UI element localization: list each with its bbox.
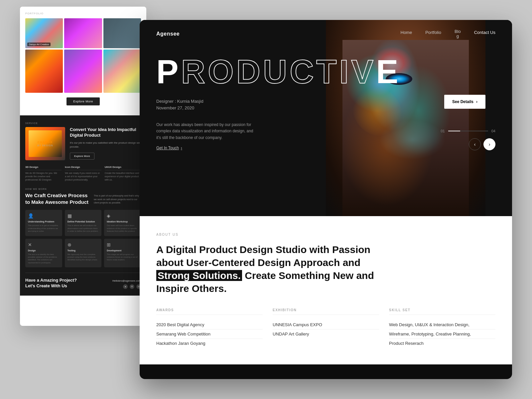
footer-social-icons: ● M in — [112, 284, 141, 289]
stats-row: AWARDS 2020 Best Digital Agency Semarang… — [156, 308, 495, 348]
hero-title-hollow: RODUCTIV — [181, 53, 376, 90]
service-tag: SERVICE — [25, 122, 141, 124]
explore-more-dark-button[interactable]: Explore More — [70, 153, 94, 160]
about-section: ABOUT US A Digital Product Design Studio… — [140, 216, 512, 364]
hero-description: Our work has always been inspired by our… — [156, 122, 256, 150]
service-text: Convert Your Idea Into Impactful Digital… — [70, 127, 141, 160]
slider-current: 01 — [441, 129, 445, 133]
service-title: Convert Your Idea Into Impactful Digital… — [70, 127, 141, 138]
slider-arrows: ‹ › — [441, 138, 496, 150]
service-section: SERVICE CHANGE BY DESIGN Convert Your Id… — [20, 115, 146, 296]
process-desc: Our team will now scaled down solutions … — [107, 224, 138, 232]
slider-bar-fill — [448, 131, 460, 131]
list-item[interactable] — [25, 50, 63, 93]
about-title-highlight: Strong Solutions. — [156, 270, 242, 281]
nav-link-contact[interactable]: Contact Us — [474, 30, 495, 35]
list-item: ⊞ Development This stage we will program… — [104, 239, 141, 268]
slider-bar — [448, 131, 488, 131]
list-item: UNDAP Art Gallery — [273, 330, 379, 338]
right-panel: Agensee Home Portfolio Blog Contact Us P… — [140, 20, 512, 379]
globe-icon[interactable]: ● — [123, 284, 128, 289]
mail-icon[interactable]: M — [130, 284, 134, 289]
process-title: Development — [107, 249, 138, 252]
hero-title: PRODUCTIVE — [156, 55, 495, 88]
list-item: Icon Design We are ready if you need ico… — [65, 166, 101, 181]
nav-link-blog[interactable]: Blog — [455, 29, 461, 39]
list-item: Product Reserach — [389, 339, 495, 348]
portfolio-grid: Daisyu Art Creation — [25, 18, 141, 93]
person-icon: 👤 — [28, 213, 60, 218]
process-desc: The aim is to identify the best possible… — [28, 253, 60, 264]
how-title: We Craft Creative Processto Make Awesome… — [25, 192, 88, 205]
code-icon: ⊞ — [107, 242, 138, 247]
footer-cta-title: Have a Amazing Project?Let's Create With… — [25, 278, 77, 289]
list-item[interactable] — [64, 18, 102, 48]
awards-col: AWARDS 2020 Best Digital Agency Semarang… — [156, 308, 263, 348]
hero-title-end: E — [376, 53, 401, 90]
how-desc: This is part of our philosophy and that'… — [94, 194, 140, 205]
slider-next-button[interactable]: › — [483, 138, 495, 150]
list-item[interactable] — [103, 50, 141, 93]
service-image-inner: CHANGE BY DESIGN — [29, 130, 62, 157]
list-item: ⊗ Testing We rigorously test the complet… — [65, 239, 102, 268]
list-item[interactable]: Daisyu Art Creation — [25, 18, 63, 48]
services-grid: 3D Design We do 3D Designs for you. We p… — [25, 166, 141, 181]
about-title: A Digital Product Design Studio with Pas… — [156, 243, 389, 295]
list-item: Hackathon Jaran Goyang — [156, 339, 263, 348]
pencil-icon: ✕ — [28, 242, 60, 247]
nav-links: Home Portfolio Blog Contact Us — [401, 29, 496, 39]
portfolio-item-label: Daisyu Art Creation — [27, 43, 51, 46]
list-item: ✕ Design The aim is to identify the best… — [25, 239, 62, 268]
chart-icon: ▦ — [67, 213, 99, 218]
portfolio-section: PORTFOLIO Daisyu Art Creation Explore Mo… — [20, 7, 146, 115]
see-details-button[interactable]: See Details › — [444, 95, 485, 109]
process-title: Ideation Workshop — [107, 220, 138, 223]
process-desc: This process is to get an empathic under… — [28, 224, 60, 232]
list-item: 2020 Best Digital Agency — [156, 320, 263, 330]
nav-link-home[interactable]: Home — [401, 30, 412, 35]
slider-progress: 01 04 — [441, 129, 496, 133]
nav-item-portfolio[interactable]: Portfolio — [425, 29, 441, 39]
nav-item-home[interactable]: Home — [401, 29, 412, 39]
footer-email: Hellobro@agensee.com — [112, 279, 141, 282]
process-desc: We rigorously test the complete product … — [67, 253, 99, 261]
slider-controls: 01 04 ‹ › — [441, 129, 496, 150]
service-item-title: 3D Design — [25, 166, 62, 170]
footer-cta: Have a Amazing Project?Let's Create With… — [25, 273, 141, 289]
explore-more-button[interactable]: Explore More — [66, 97, 100, 105]
nav-item-blog[interactable]: Blog — [455, 29, 461, 39]
process-desc: This stage we will program our solutions… — [107, 253, 138, 261]
main-nav: Agensee Home Portfolio Blog Contact Us — [140, 20, 512, 48]
nav-link-portfolio[interactable]: Portfolio — [425, 30, 441, 35]
awards-label: AWARDS — [156, 308, 263, 315]
nav-item-contact[interactable]: Contact Us — [474, 29, 495, 39]
list-item: Wireframe, Prototyping, Creative Plannin… — [389, 330, 495, 339]
list-item: ▦ Define Potential Solution This is wher… — [65, 210, 102, 236]
hero-designer-info: Designer : Kurnia Masjid November 27, 20… — [140, 98, 512, 112]
process-desc: This is where we will analyse our observ… — [67, 224, 99, 232]
chevron-right-icon: › — [476, 99, 477, 104]
hero-desc-text: Our work has always been inspired by our… — [156, 122, 256, 141]
process-title: Design — [28, 249, 60, 252]
get-in-touch-link[interactable]: Get In Touch › — [156, 146, 256, 150]
skill-set-label: SKILL SET — [389, 308, 495, 315]
list-item: 3D Design We do 3D Designs for you. We p… — [25, 166, 62, 181]
exhibition-col: EXHIBITION UNNESIA Campus EXPO UNDAP Art… — [273, 308, 379, 348]
list-item: Web Design, UI&UX & Interaction Design, — [389, 320, 495, 330]
exhibition-label: EXHIBITION — [273, 308, 379, 315]
list-item[interactable] — [103, 18, 141, 48]
service-item-title: Icon Design — [65, 166, 101, 170]
portfolio-label: PORTFOLIO — [25, 12, 141, 15]
list-item: ◈ Ideation Workshop Our team will now sc… — [104, 210, 141, 236]
list-item: 👤 Understanding Problem This process is … — [25, 210, 62, 236]
hero-section: Agensee Home Portfolio Blog Contact Us P… — [140, 20, 512, 216]
about-title-text: A Digital Product Design Studio with Pas… — [156, 244, 370, 268]
skill-set-col: SKILL SET Web Design, UI&UX & Interactio… — [389, 308, 495, 348]
how-we-work-label: HOW WE WORK — [25, 188, 141, 190]
left-panel: PORTFOLIO Daisyu Art Creation Explore Mo… — [20, 7, 146, 326]
list-item[interactable] — [64, 50, 102, 93]
slider-prev-button[interactable]: ‹ — [469, 138, 481, 150]
hero-title-solid: P — [156, 53, 181, 90]
hero-content: PRODUCTIVE — [140, 48, 512, 88]
about-label: ABOUT US — [156, 233, 495, 236]
